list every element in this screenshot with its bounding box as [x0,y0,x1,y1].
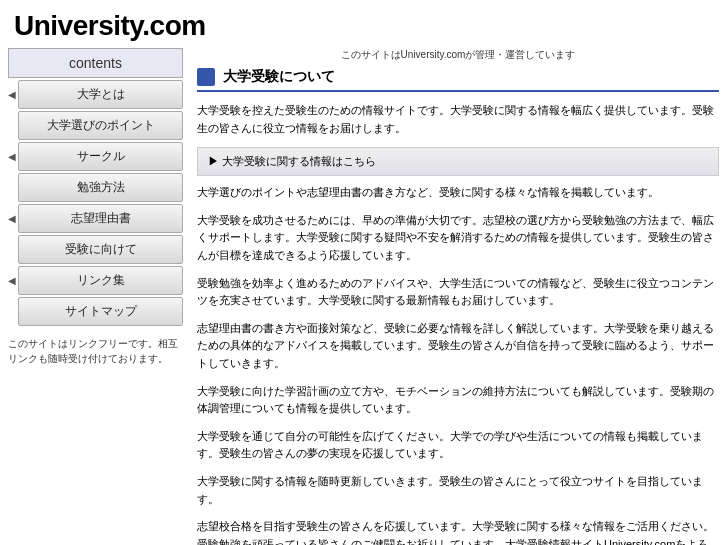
content-paragraph: 志望校合格を目指す受験生の皆さんを応援しています。大学受験に関する様々な情報をご… [197,518,719,545]
main-content: このサイトはUniversity.comが管理・運営しています 大学受験について… [193,48,719,545]
nav-item-wrapper: 受験に向けて [8,235,183,264]
content-paragraph: 大学受験を成功させるためには、早めの準備が大切です。志望校の選び方から受験勉強の… [197,212,719,265]
highlight-box[interactable]: ▶ 大学受験に関する情報はこちら [197,147,719,176]
content-paragraph: 大学選びのポイントや志望理由書の書き方など、受験に関する様々な情報を掲載していま… [197,184,719,202]
sidebar-nav-item[interactable]: 大学とは [18,80,183,109]
sidebar-nav-item[interactable]: 大学選びのポイント [18,111,183,140]
nav-item-wrapper: 勉強方法 [8,173,183,202]
section-title-icon [197,68,215,86]
site-title: University.com [14,10,713,42]
sidebar-nav-item[interactable]: サイトマップ [18,297,183,326]
nav-arrow-icon: ◀ [8,275,18,286]
nav-item-wrapper: ◀大学とは [8,80,183,109]
nav-list: ◀大学とは大学選びのポイント◀サークル勉強方法◀志望理由書受験に向けて◀リンク集… [8,80,183,326]
content-paragraph: 志望理由書の書き方や面接対策など、受験に必要な情報を詳しく解説しています。大学受… [197,320,719,373]
sidebar-nav-item[interactable]: 勉強方法 [18,173,183,202]
content-paragraph: 大学受験を控えた受験生のための情報サイトです。大学受験に関する情報を幅広く提供し… [197,102,719,137]
nav-item-wrapper: ◀リンク集 [8,266,183,295]
nav-arrow-icon: ◀ [8,151,18,162]
sidebar: contents ◀大学とは大学選びのポイント◀サークル勉強方法◀志望理由書受験… [8,48,183,545]
nav-item-wrapper: サイトマップ [8,297,183,326]
section-title-bar: 大学受験について [197,68,719,92]
content-paragraph: 大学受験に関する情報を随時更新していきます。受験生の皆さんにとって役立つサイトを… [197,473,719,508]
nav-item-wrapper: ◀志望理由書 [8,204,183,233]
nav-arrow-icon: ◀ [8,213,18,224]
nav-item-wrapper: 大学選びのポイント [8,111,183,140]
sidebar-nav-item[interactable]: 志望理由書 [18,204,183,233]
sidebar-nav-item[interactable]: リンク集 [18,266,183,295]
content-paragraph: 大学受験に向けた学習計画の立て方や、モチベーションの維持方法についても解説してい… [197,383,719,418]
breadcrumb: このサイトはUniversity.comが管理・運営しています [197,48,719,62]
site-header: University.com [0,0,727,48]
content-paragraph: 受験勉強を効率よく進めるためのアドバイスや、大学生活についての情報など、受験生に… [197,275,719,310]
sidebar-nav-item[interactable]: サークル [18,142,183,171]
sidebar-contents-label: contents [8,48,183,78]
nav-arrow-icon: ◀ [8,89,18,100]
content-paragraph: 大学受験を通じて自分の可能性を広げてください。大学での学びや生活についての情報も… [197,428,719,463]
section-title-text: 大学受験について [223,68,335,86]
main-paragraphs: 大学受験を控えた受験生のための情報サイトです。大学受験に関する情報を幅広く提供し… [197,102,719,545]
nav-item-wrapper: ◀サークル [8,142,183,171]
sidebar-footer: このサイトはリンクフリーです。相互リンクも随時受け付けております。 [8,336,183,366]
sidebar-nav-item[interactable]: 受験に向けて [18,235,183,264]
